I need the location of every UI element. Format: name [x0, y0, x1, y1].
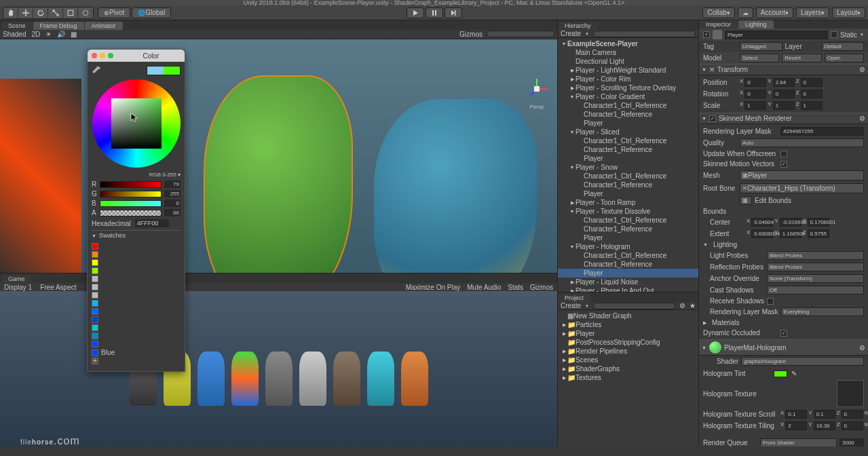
tree-arrow-icon[interactable]: ▶ [561, 349, 567, 354]
play-button[interactable] [407, 7, 424, 18]
component-menu-icon[interactable]: ⚙ [859, 115, 865, 122]
tree-arrow-icon[interactable]: ▼ [569, 165, 575, 170]
color-swatch[interactable] [92, 324, 98, 331]
tree-arrow-icon[interactable]: ▶ [561, 331, 567, 337]
hierarchy-item[interactable]: Character1_Ctrl_Reference [558, 172, 698, 180]
game-gizmos-toggle[interactable]: Gizmos [530, 284, 553, 291]
hierarchy-item[interactable]: ▼Player - Texture Dissolve [558, 207, 698, 216]
project-item[interactable]: ▶📁 Particles [558, 320, 698, 329]
color-square[interactable] [111, 98, 162, 149]
account-dropdown[interactable]: Account ▾ [756, 7, 793, 18]
rot-y[interactable]: 0 [773, 90, 795, 98]
color-swatch[interactable] [92, 349, 98, 356]
swatches-header[interactable]: Swatches [92, 230, 181, 240]
b-value[interactable]: 0 [164, 200, 181, 207]
minimize-icon[interactable] [100, 53, 105, 58]
hierarchy-search[interactable] [593, 31, 696, 37]
rotate-tool[interactable] [33, 7, 48, 18]
color-swatch[interactable] [92, 251, 98, 258]
scl-y[interactable]: 1 [773, 101, 795, 110]
tree-arrow-icon[interactable]: ▶ [569, 86, 575, 91]
smr-enabled[interactable]: ✓ [709, 115, 716, 122]
shader-dropdown[interactable]: graphs/Hologram [741, 357, 864, 366]
color-swatch[interactable] [92, 267, 98, 274]
tree-arrow-icon[interactable]: ▶ [569, 280, 575, 285]
hierarchy-item[interactable]: Character1_Reference [558, 225, 698, 233]
g-value[interactable]: 255 [164, 190, 181, 197]
scale-tool[interactable] [48, 7, 63, 18]
2d-toggle[interactable]: 2D [31, 31, 40, 38]
smr-header[interactable]: ✓ Skinned Mesh Renderer ⚙ [699, 113, 868, 124]
project-create[interactable]: Create [561, 302, 581, 309]
tree-arrow-icon[interactable]: ▶ [561, 322, 567, 328]
a-slider[interactable] [100, 210, 162, 216]
pos-y[interactable]: 2.64 [773, 78, 795, 87]
center-x[interactable]: 0.04604 [751, 218, 773, 227]
layer-dropdown[interactable]: Default [822, 42, 865, 51]
color-swatch[interactable] [92, 308, 98, 315]
tree-arrow-icon[interactable]: ▼ [569, 209, 575, 214]
object-name-field[interactable]: Player [725, 31, 828, 39]
object-active-checkbox[interactable]: ✓ [703, 31, 710, 38]
pivot-toggle[interactable]: ⊕ Pivot [98, 7, 130, 18]
audio-icon[interactable]: 🔊 [57, 31, 65, 38]
quality-dropdown[interactable]: Auto [740, 138, 864, 147]
shaded-mode[interactable]: Shaded [3, 31, 26, 38]
move-tool[interactable] [18, 7, 33, 18]
extent-x[interactable]: 0.6808004 [751, 229, 773, 238]
rlm-field[interactable]: 4294967295 [780, 127, 864, 136]
project-item[interactable]: ▶📁 Textures [558, 373, 698, 382]
transform-header[interactable]: ⤧ Transform ⚙ [699, 64, 868, 75]
materials-section[interactable]: Materials [712, 319, 740, 326]
update-offscreen-checkbox[interactable] [780, 151, 787, 157]
hierarchy-item[interactable]: ▼Player - Color Gradient [558, 92, 698, 101]
layers-dropdown[interactable]: Layers ▾ [796, 7, 829, 18]
hierarchy-item[interactable]: Character1_Reference [558, 180, 698, 189]
anchor-dropdown[interactable]: None (Transform) [767, 274, 864, 283]
hierarchy-item[interactable]: Player [558, 233, 698, 242]
hierarchy-item[interactable]: Character1_Reference [558, 260, 698, 269]
hierarchy-item[interactable]: Main Camera [558, 48, 698, 57]
project-item[interactable]: ▶📁 Scenes [558, 356, 698, 364]
hierarchy-item[interactable]: ▼ExampleScene-Player [558, 39, 698, 48]
hierarchy-item[interactable]: Character1_Reference [558, 110, 698, 119]
hierarchy-item[interactable]: Character1_Ctrl_Reference [558, 251, 698, 260]
hierarchy-item[interactable]: Player [558, 119, 698, 128]
edit-bounds-button[interactable]: ▦ [740, 196, 752, 205]
fx-icon[interactable]: ▦ [71, 31, 77, 38]
eyedropper-icon[interactable] [92, 66, 101, 75]
hierarchy-item[interactable]: Character1_Reference [558, 145, 698, 154]
step-button[interactable] [445, 7, 462, 18]
tree-arrow-icon[interactable]: ▶ [561, 375, 567, 381]
project-item[interactable]: ▶📁 Render Pipelines [558, 347, 698, 356]
rlm2-dropdown[interactable]: Everything [781, 307, 864, 316]
renderqueue-val[interactable]: 3000 [839, 438, 864, 446]
rot-x[interactable]: 0 [744, 90, 766, 98]
tab-inspector[interactable]: Inspector [699, 20, 738, 28]
project-item[interactable]: ▶📁 Player [558, 329, 698, 338]
close-icon[interactable] [92, 53, 97, 58]
project-search[interactable] [593, 303, 675, 309]
color-swatch[interactable] [92, 316, 98, 323]
layout-dropdown[interactable]: Layout ▾ [832, 7, 865, 18]
material-header[interactable]: PlayerMat-Hologram ⚙ [699, 339, 868, 356]
tree-arrow-icon[interactable]: ▶ [561, 358, 567, 363]
tree-arrow-icon[interactable]: ▼ [569, 244, 575, 249]
hierarchy-item[interactable]: ▼Player - Snow [558, 163, 698, 172]
zoom-icon[interactable] [108, 53, 113, 58]
color-wheel[interactable] [92, 79, 181, 168]
hand-tool[interactable] [3, 7, 18, 18]
tab-scene[interactable]: Scene [1, 22, 33, 30]
extent-y[interactable]: 1.166508 [780, 229, 801, 238]
rot-z[interactable]: 0 [801, 90, 823, 98]
hex-input[interactable] [135, 219, 169, 227]
b-slider[interactable] [100, 200, 162, 207]
a-value[interactable]: 86 [164, 209, 181, 216]
tree-arrow-icon[interactable]: ▼ [561, 41, 567, 46]
hierarchy-item[interactable]: Player [558, 269, 698, 278]
color-swatch[interactable] [92, 332, 98, 339]
tree-arrow-icon[interactable]: ▼ [569, 130, 575, 134]
reflprobes-dropdown[interactable]: Blend Probes [767, 263, 864, 271]
hierarchy-item[interactable]: Character1_Ctrl_Reference [558, 101, 698, 110]
tree-arrow-icon[interactable]: ▶ [569, 77, 575, 82]
